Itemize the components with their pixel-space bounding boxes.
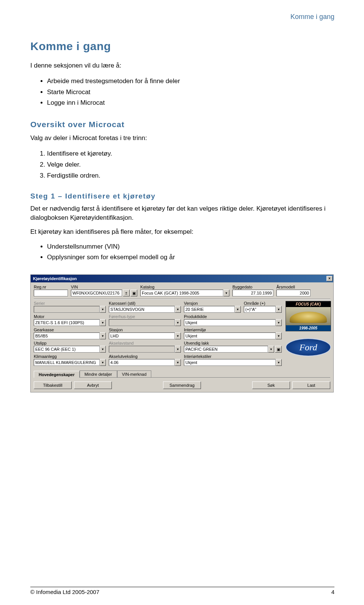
label-omrade: Område (+) (244, 301, 282, 306)
car-image-icon (286, 307, 331, 325)
steg1-bullets: Understellsnummer (VIN) Opplysninger som… (30, 241, 334, 263)
dropdown-icon[interactable]: ▼ (100, 319, 106, 326)
dropdown-icon[interactable]: ▼ (175, 332, 181, 339)
stasjon-input[interactable] (109, 332, 175, 339)
vin-history-icon[interactable]: ± (123, 290, 130, 296)
tab-hovedegenskaper[interactable]: Hovedegenskaper (34, 371, 80, 378)
dropdown-icon[interactable]: ▼ (100, 346, 106, 353)
interiortekstiler-input[interactable] (184, 359, 276, 366)
utslipp-input[interactable] (34, 346, 100, 353)
dialog-titlebar: Kjøretøyidentifikasjon × (31, 275, 333, 282)
forerhus-input (109, 319, 175, 326)
label-byggedato: Byggedato (232, 285, 273, 289)
dropdown-icon[interactable]: ▼ (100, 359, 106, 366)
dialog-title: Kjøretøyidentifikasjon (33, 276, 77, 281)
label-interiormiljo: Interiørmiljø (184, 328, 282, 332)
motor-input[interactable] (34, 319, 100, 326)
serier-input (34, 306, 100, 313)
step-item: Velge deler. (47, 159, 334, 170)
page-footer: © Infomedia Ltd 2005-2007 4 (30, 587, 334, 595)
utvendiglakk-input[interactable] (184, 346, 268, 353)
dropdown-icon[interactable]: ▼ (276, 306, 282, 313)
dropdown-icon[interactable]: ▼ (235, 306, 241, 313)
dropdown-icon: ▼ (175, 346, 181, 353)
dropdown-icon[interactable]: ▼ (276, 319, 282, 326)
vehicle-thumb-years: 1998-2005 (286, 325, 331, 331)
bullet-item: Understellsnummer (VIN) (47, 241, 334, 252)
sammendrag-button[interactable]: Sammendrag (163, 381, 201, 389)
label-produktkilde: Produktkilde (184, 314, 282, 319)
steg1-p2: Et kjøretøy kan identifiseres på flere m… (30, 227, 334, 237)
avbryt-button[interactable]: Avbryt (74, 381, 112, 389)
intro-bullet-list: Arbeide med trestegsmetoden for å finne … (30, 76, 334, 109)
byggedato-input[interactable] (232, 290, 273, 296)
label-klimaanlegg: Klimaanlegg (34, 354, 106, 359)
label-akselutveksling: Akselutveksling (109, 354, 181, 359)
label-forerhus: Førerhus-type (109, 314, 181, 319)
klimaanlegg-input[interactable] (34, 359, 100, 366)
tab-vin-merknad[interactable]: VIN-merknad (117, 370, 152, 377)
label-utslipp: Utslipp (34, 341, 106, 345)
steps-list: Identifisere et kjøretøy. Velge deler. F… (30, 148, 334, 181)
akselutveksling-input[interactable] (109, 359, 175, 366)
tab-mindre-detaljer[interactable]: Mindre detaljer (80, 370, 117, 377)
vehicle-thumb-title: FOCUS (CAK) (286, 301, 331, 307)
label-serier: Serier (34, 301, 106, 306)
versjon-input[interactable] (184, 306, 235, 313)
paint-lookup-icon[interactable]: ▣ (275, 346, 282, 353)
label-utvendiglakk: Utvendig lakk (184, 341, 282, 345)
akselavstand-input (109, 346, 175, 353)
bullet-item: Logge inn i Microcat (47, 98, 334, 109)
omrade-input[interactable] (244, 306, 276, 313)
page-title: Komme i gang (30, 40, 334, 53)
katalog-input[interactable] (140, 290, 223, 296)
section-heading-oversikt: Oversikt over Microcat (30, 120, 334, 129)
sok-button[interactable]: Søk (252, 381, 290, 389)
karosseri-input[interactable] (109, 306, 175, 313)
dropdown-icon: ▼ (175, 319, 181, 326)
dropdown-icon[interactable]: ▼ (175, 306, 181, 313)
dropdown-icon[interactable]: ▼ (268, 346, 274, 353)
bullet-item: Opplysninger som for eksempel modell og … (47, 252, 334, 263)
section-heading-steg1: Steg 1 – Identifisere et kjøretøy (30, 192, 334, 200)
dropdown-icon[interactable]: ▼ (276, 359, 282, 366)
copyright-text: © Infomedia Ltd 2005-2007 (30, 589, 99, 595)
label-katalog: Katalog (140, 285, 229, 289)
bullet-item: Starte Microcat (47, 87, 334, 98)
vin-lookup-icon[interactable]: ▣ (130, 290, 137, 296)
label-arsmodell: Årsmodell (276, 285, 311, 289)
bullet-item: Arbeide med trestegsmetoden for å finne … (47, 76, 334, 87)
label-vin: VIN (71, 285, 137, 289)
label-gearkasse: Gearkasse (34, 328, 106, 332)
tilbakestill-button[interactable]: Tilbakestill (34, 381, 72, 389)
ford-logo-icon: Ford (286, 338, 331, 356)
interiormiljo-input[interactable] (184, 332, 276, 339)
steg1-p1: Det er nødvendig først å identifisere et… (30, 204, 334, 223)
divider (34, 299, 330, 299)
dropdown-icon[interactable]: ▼ (175, 359, 181, 366)
page-number: 4 (331, 589, 334, 595)
label-motor: Motor (34, 314, 106, 319)
section-header: Komme i gang (30, 13, 334, 21)
step-item: Identifisere et kjøretøy. (47, 148, 334, 159)
gearkasse-input[interactable] (34, 332, 100, 339)
dropdown-icon: ▼ (100, 306, 106, 313)
dropdown-icon[interactable]: ▼ (276, 332, 282, 339)
regnr-input[interactable] (34, 290, 68, 296)
label-karosseri: Karosseri (stil) (109, 301, 181, 306)
vehicle-id-dialog: Kjøretøyidentifikasjon × Reg.nr VIN ± ▣ (30, 274, 334, 392)
label-akselavstand: Akselavstand (109, 341, 181, 345)
label-regnr: Reg.nr (34, 285, 68, 289)
dropdown-icon[interactable]: ▼ (223, 290, 229, 296)
tabs-row: Hovedegenskaper Mindre detaljer VIN-merk… (34, 370, 330, 378)
label-interiortekstiler: Interiørtekstiler (184, 354, 282, 359)
arsmodell-input[interactable] (276, 290, 311, 296)
dropdown-icon[interactable]: ▼ (100, 332, 106, 339)
close-icon[interactable]: × (326, 276, 333, 281)
produktkilde-input[interactable] (184, 319, 276, 326)
intro-text: I denne seksjonen vil du lære å: (30, 61, 334, 71)
last-button[interactable]: Last (292, 381, 330, 389)
vin-input[interactable] (71, 290, 122, 296)
step-item: Ferdigstille ordren. (47, 170, 334, 181)
section1-lead: Valg av deler i Microcat foretas i tre t… (30, 134, 334, 143)
